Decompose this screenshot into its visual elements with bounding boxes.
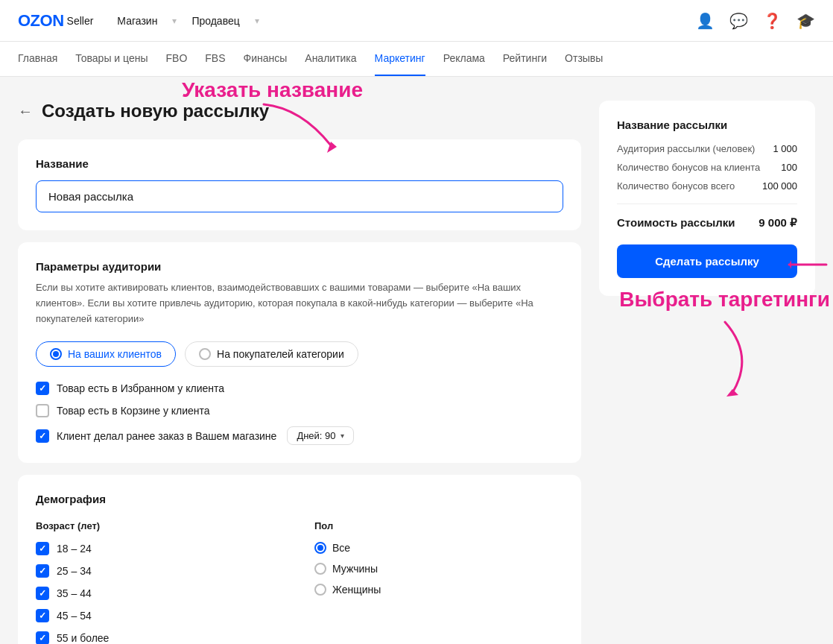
sidebar-total-label: Стоимость рассылки	[617, 216, 735, 230]
sidebar-bonuses-per-value: 100	[781, 162, 797, 173]
gender-female-label: Женщины	[332, 584, 381, 596]
nav-reviews[interactable]: Отзывы	[565, 42, 603, 76]
checkbox-favorites-box[interactable]: ✓	[36, 382, 49, 395]
age-35-44-box[interactable]: ✓	[36, 587, 49, 600]
checkbox-cart: Товар есть в Корзине у клиента	[36, 404, 563, 417]
top-nav: Главная Товары и цены FBO FBS Финансы Ан…	[0, 42, 833, 77]
nav-fbs[interactable]: FBS	[205, 42, 225, 76]
gender-male-label: Мужчины	[332, 563, 378, 575]
sidebar-bonuses-total-label: Количество бонусов всего	[617, 180, 735, 192]
header-nav: Магазин ▾ Продавец ▾	[117, 15, 696, 27]
demographics-card: Демография Возраст (лет) ✓ 18 – 24 ✓ 25 …	[18, 475, 581, 644]
content: ← Создать новую рассылку Указать названи…	[18, 101, 581, 644]
checkbox-orders-box[interactable]: ✓	[36, 429, 49, 443]
header: OZON Seller Магазин ▾ Продавец ▾ 👤 💬 ❓ 🎓	[0, 0, 833, 42]
audience-card: Параметры аудитории Если вы хотите актив…	[18, 242, 581, 463]
checkbox-orders: ✓ Клиент делал ранее заказ в Вашем магаз…	[36, 426, 563, 445]
sidebar-row-bonuses-total: Количество бонусов всего 100 000	[617, 180, 797, 192]
chevron-down-icon: ▾	[341, 432, 344, 440]
gender-all-label: Все	[332, 542, 350, 554]
nav-fbo[interactable]: FBO	[166, 42, 188, 76]
gender-male[interactable]: Мужчины	[314, 563, 563, 575]
age-45-54: ✓ 45 – 54	[36, 609, 285, 622]
age-column: Возраст (лет) ✓ 18 – 24 ✓ 25 – 34 ✓ 35 –…	[36, 520, 285, 644]
age-55-plus: ✓ 55 и более	[36, 631, 285, 644]
annotation-targeting	[785, 250, 830, 282]
help-icon[interactable]: ❓	[763, 12, 782, 30]
gender-all-radio	[314, 542, 326, 554]
sidebar-audience-value: 1 000	[773, 143, 797, 154]
gender-female-radio	[314, 584, 326, 596]
sidebar-row-audience: Аудитория рассылки (человек) 1 000	[617, 143, 797, 154]
radio-dot-empty	[199, 348, 211, 360]
sidebar-bonuses-per-label: Количество бонусов на клиента	[617, 162, 760, 173]
gender-all[interactable]: Все	[314, 542, 563, 554]
sidebar-title: Название рассылки	[617, 119, 797, 131]
sidebar-total-row: Стоимость рассылки 9 000 ₽	[617, 216, 797, 230]
nav-finance[interactable]: Финансы	[244, 42, 288, 76]
page-title: Создать новую рассылку	[42, 101, 269, 121]
academy-icon[interactable]: 🎓	[796, 12, 815, 30]
age-55-plus-label: 55 и более	[57, 632, 109, 644]
radio-group: На ваших клиентов На покупателей категор…	[36, 341, 563, 367]
header-seller[interactable]: Продавец	[191, 15, 239, 27]
logo-ozon: OZON	[18, 11, 64, 31]
user-icon[interactable]: 👤	[696, 12, 715, 30]
sidebar-bonuses-total-value: 100 000	[762, 180, 797, 192]
age-45-54-label: 45 – 54	[57, 610, 92, 622]
annotation-name: Указать название	[182, 78, 363, 102]
radio-dot-filled	[50, 348, 62, 360]
annotation-name-text: Указать название	[182, 78, 363, 101]
gender-label: Пол	[314, 520, 563, 531]
logo: OZON Seller	[18, 11, 93, 31]
svg-marker-1	[789, 260, 791, 269]
days-dropdown[interactable]: Дней: 90 ▾	[287, 426, 353, 445]
annotation-arrow-1	[256, 101, 346, 160]
gender-female[interactable]: Женщины	[314, 584, 563, 596]
main: ← Создать новую рассылку Указать названи…	[0, 77, 833, 644]
svg-marker-2	[726, 389, 738, 397]
sidebar-audience-label: Аудитория рассылки (человек)	[617, 143, 755, 154]
header-shop[interactable]: Магазин	[117, 15, 157, 27]
age-35-44: ✓ 35 – 44	[36, 587, 285, 600]
sidebar-divider	[617, 203, 797, 204]
nav-analytics[interactable]: Аналитика	[305, 42, 356, 76]
age-25-34-label: 25 – 34	[57, 565, 92, 577]
sidebar-total-value: 9 000 ₽	[758, 216, 797, 230]
annotation-arrow-2-left	[785, 250, 830, 280]
checkbox-cart-box[interactable]	[36, 404, 49, 417]
checkbox-orders-label: Клиент делал ранее заказ в Вашем магазин…	[57, 430, 276, 442]
checkbox-favorites-label: Товар есть в Избранном у клиента	[57, 382, 224, 394]
nav-marketing[interactable]: Маркетинг	[375, 42, 425, 76]
age-label: Возраст (лет)	[36, 520, 285, 531]
age-18-24-label: 18 – 24	[57, 543, 92, 555]
chat-icon[interactable]: 💬	[729, 12, 748, 30]
age-35-44-label: 35 – 44	[57, 587, 92, 599]
days-dropdown-label: Дней: 90	[297, 430, 335, 441]
nav-ratings[interactable]: Рейтинги	[503, 42, 547, 76]
age-55-plus-box[interactable]: ✓	[36, 631, 49, 644]
age-25-34: ✓ 25 – 34	[36, 564, 285, 578]
audience-desc: Если вы хотите активировать клиентов, вз…	[36, 280, 563, 326]
annotation-targeting-text: Выбрать таргетинги	[619, 287, 830, 312]
demo-row: Возраст (лет) ✓ 18 – 24 ✓ 25 – 34 ✓ 35 –…	[36, 520, 563, 644]
make-campaign-button[interactable]: Сделать рассылку	[617, 244, 797, 278]
checkbox-cart-label: Товар есть в Корзине у клиента	[57, 405, 210, 417]
age-25-34-box[interactable]: ✓	[36, 564, 49, 578]
radio-category-label: На покупателей категории	[217, 348, 344, 360]
annotation-targeting-text-block: Выбрать таргетинги	[619, 287, 830, 410]
checkbox-favorites: ✓ Товар есть в Избранном у клиента	[36, 382, 563, 395]
radio-own-clients[interactable]: На ваших клиентов	[36, 341, 176, 367]
nav-products[interactable]: Товары и цены	[75, 42, 148, 76]
nav-home[interactable]: Главная	[18, 42, 57, 76]
sidebar-card: Название рассылки Аудитория рассылки (че…	[599, 101, 815, 296]
page-title-row: ← Создать новую рассылку Указать названи…	[18, 101, 581, 121]
sidebar-row-bonuses-per: Количество бонусов на клиента 100	[617, 162, 797, 173]
name-input[interactable]	[36, 180, 563, 212]
back-button[interactable]: ←	[18, 103, 33, 120]
age-18-24-box[interactable]: ✓	[36, 542, 49, 555]
annotation-arrow-down	[688, 318, 762, 408]
nav-ads[interactable]: Реклама	[443, 42, 485, 76]
age-45-54-box[interactable]: ✓	[36, 609, 49, 622]
radio-category[interactable]: На покупателей категории	[185, 341, 358, 367]
